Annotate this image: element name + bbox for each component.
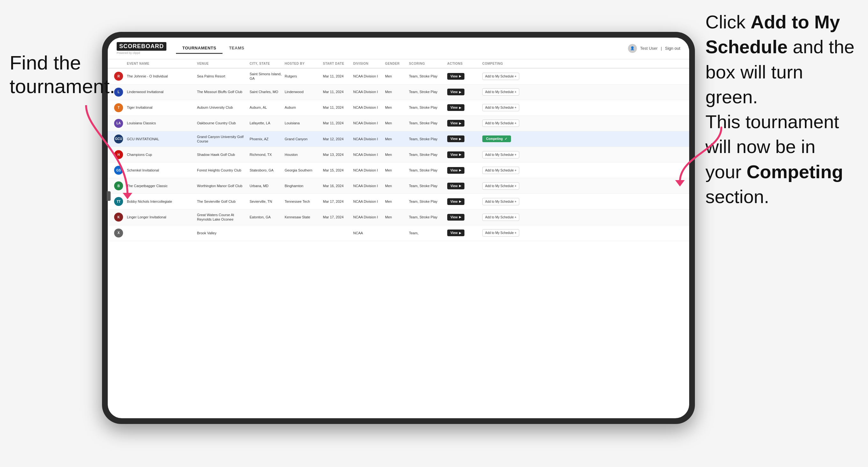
competing-cell: Add to My Schedule + — [481, 73, 535, 80]
annotation-right: Click Add to MySchedule and the box will… — [706, 9, 859, 209]
col-venue: VENUE — [196, 62, 248, 65]
event-name: Bobby Nichols Intercollegiate — [127, 199, 172, 204]
view-button[interactable]: View ▶ — [447, 229, 464, 236]
venue-cell: Worthington Manor Golf Club — [196, 184, 248, 188]
city-state-cell: Sevierville, TN — [248, 199, 283, 204]
col-event-name: EVENT NAME — [126, 62, 196, 65]
view-button[interactable]: View ▶ — [447, 135, 464, 142]
team-logo-cell: K — [113, 213, 126, 222]
gender-cell: Men — [384, 137, 408, 141]
add-to-schedule-button[interactable]: Add to My Schedule + — [482, 214, 519, 221]
actions-cell: View ▶ — [446, 198, 481, 205]
add-to-schedule-button[interactable]: Add to My Schedule + — [482, 88, 519, 96]
hosted-by-cell: Georgia Southern — [283, 168, 322, 173]
event-name-cell: Champions Cup — [126, 152, 196, 157]
start-date-cell: Mar 11, 2024 — [322, 74, 352, 79]
division-cell: NCAA Division I — [352, 215, 384, 219]
start-date-cell: Mar 15, 2024 — [322, 168, 352, 173]
hosted-by-cell: Rutgers — [283, 74, 322, 79]
venue-cell: Forest Heights Country Club — [196, 168, 248, 173]
view-button[interactable]: View ▶ — [447, 198, 464, 205]
hosted-by-cell: Auburn — [283, 105, 322, 110]
team-logo-cell: B — [113, 181, 126, 190]
city-state-cell: Richmond, TX — [248, 152, 283, 157]
table-row: GSSchenkel InvitationalForest Heights Co… — [108, 162, 689, 178]
scoreboard-logo: SCOREBOARD — [117, 42, 166, 51]
actions-cell: View ▶ — [446, 151, 481, 158]
add-to-schedule-button[interactable]: Add to My Schedule + — [482, 229, 519, 237]
view-button[interactable]: View ▶ — [447, 214, 464, 221]
event-name: Louisiana Classics — [127, 121, 156, 125]
event-name: Schenkel Invitational — [127, 168, 159, 173]
table-row: RThe Johnnie - O IndividualSea Palms Res… — [108, 68, 689, 85]
start-date-cell: Mar 17, 2024 — [322, 199, 352, 204]
city-state-cell: Urbana, MD — [248, 184, 283, 188]
logo-subtitle: Powered by clippd — [117, 51, 140, 55]
division-cell: NCAA — [352, 231, 384, 235]
event-name: The Carpetbagger Classic — [127, 184, 168, 188]
team-logo: X — [114, 228, 123, 238]
table-row: TTiger InvitationalAuburn University Clu… — [108, 100, 689, 116]
gender-cell: Men — [384, 121, 408, 125]
user-name: Test User — [640, 46, 658, 51]
hosted-by-cell: Louisiana — [283, 121, 322, 125]
event-name: Champions Cup — [127, 152, 152, 157]
team-logo: GCU — [114, 134, 123, 144]
team-logo: L — [114, 88, 123, 97]
team-logo: K — [114, 213, 123, 222]
table-row: LLindenwood InvitationalThe Missouri Blu… — [108, 85, 689, 100]
col-scoring: SCORING — [408, 62, 446, 65]
actions-cell: View ▶ — [446, 89, 481, 95]
team-logo: R — [114, 72, 123, 81]
view-button[interactable]: View ▶ — [447, 89, 464, 95]
view-button[interactable]: View ▶ — [447, 151, 464, 158]
hosted-by-cell: Lindenwood — [283, 90, 322, 94]
venue-cell: Great Waters Course At Reynolds Lake Oco… — [196, 213, 248, 222]
view-button[interactable]: View ▶ — [447, 183, 464, 189]
hosted-by-cell: Houston — [283, 152, 322, 157]
logo-area: SCOREBOARD Powered by clippd — [117, 42, 166, 55]
table-row: BThe Carpetbagger ClassicWorthington Man… — [108, 178, 689, 194]
division-cell: NCAA Division I — [352, 121, 384, 125]
venue-cell: Oakbourne Country Club — [196, 121, 248, 125]
scoring-cell: Team, Stroke Play — [408, 105, 446, 110]
view-button[interactable]: View ▶ — [447, 167, 464, 174]
table-header: EVENT NAME VENUE CITY, STATE HOSTED BY S… — [108, 59, 689, 68]
tab-tournaments[interactable]: TOURNAMENTS — [176, 43, 222, 54]
sign-out-link[interactable]: Sign out — [665, 46, 680, 51]
competing-cell: Add to My Schedule + — [481, 88, 535, 96]
add-to-schedule-button[interactable]: Add to My Schedule + — [482, 120, 519, 127]
team-logo: TT — [114, 197, 123, 206]
arrow-right-indicator — [670, 124, 728, 188]
division-cell: NCAA Division I — [352, 168, 384, 173]
add-to-schedule-button[interactable]: Add to My Schedule + — [482, 198, 519, 205]
view-button[interactable]: View ▶ — [447, 104, 464, 111]
start-date-cell: Mar 11, 2024 — [322, 90, 352, 94]
gender-cell: Men — [384, 152, 408, 157]
venue-cell: Auburn University Club — [196, 105, 248, 110]
venue-cell: Grand Canyon University Golf Course — [196, 134, 248, 144]
view-button[interactable]: View ▶ — [447, 73, 464, 80]
add-to-schedule-button[interactable]: Add to My Schedule + — [482, 151, 519, 158]
table-row: TTBobby Nichols IntercollegiateThe Sevie… — [108, 194, 689, 210]
tab-teams[interactable]: TEAMS — [222, 43, 251, 54]
add-to-schedule-button[interactable]: Add to My Schedule + — [482, 73, 519, 80]
add-to-schedule-button[interactable]: Add to My Schedule + — [482, 167, 519, 174]
top-bar: SCOREBOARD Powered by clippd TOURNAMENTS… — [108, 38, 689, 59]
competing-cell: Add to My Schedule + — [481, 151, 535, 158]
add-to-schedule-button[interactable]: Add to My Schedule + — [482, 104, 519, 111]
competing-cell: Competing ✓ — [481, 135, 535, 142]
team-logo-cell: LA — [113, 119, 126, 128]
team-logo: LA — [114, 119, 123, 128]
view-button[interactable]: View ▶ — [447, 120, 464, 127]
team-logo: GS — [114, 166, 123, 175]
event-name-cell: Lindenwood Invitational — [126, 90, 196, 94]
actions-cell: View ▶ — [446, 73, 481, 80]
city-state-cell: Statesboro, GA — [248, 168, 283, 173]
competing-button[interactable]: Competing ✓ — [482, 135, 511, 142]
division-cell: NCAA Division I — [352, 184, 384, 188]
add-to-schedule-button[interactable]: Add to My Schedule + — [482, 182, 519, 190]
city-state-cell: Phoenix, AZ — [248, 137, 283, 141]
scoring-cell: Team, Stroke Play — [408, 121, 446, 125]
competing-cell: Add to My Schedule + — [481, 182, 535, 190]
